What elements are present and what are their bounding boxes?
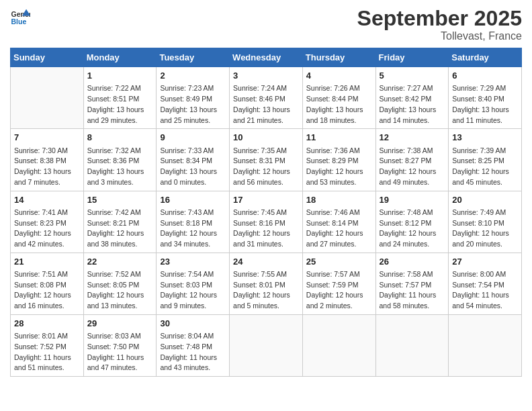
- day-info: Sunrise: 7:52 AMSunset: 8:05 PMDaylight:…: [87, 269, 153, 312]
- column-header-thursday: Thursday: [302, 48, 375, 67]
- calendar-cell: 4Sunrise: 7:26 AMSunset: 8:44 PMDaylight…: [302, 67, 375, 129]
- day-info: Sunrise: 7:55 AMSunset: 8:01 PMDaylight:…: [233, 269, 299, 312]
- day-info: Sunrise: 7:54 AMSunset: 8:03 PMDaylight:…: [160, 269, 226, 312]
- calendar-cell: 11Sunrise: 7:36 AMSunset: 8:29 PMDayligh…: [302, 129, 375, 191]
- calendar-cell: 7Sunrise: 7:30 AMSunset: 8:38 PMDaylight…: [11, 129, 84, 191]
- day-info: Sunrise: 7:23 AMSunset: 8:49 PMDaylight:…: [160, 83, 226, 126]
- day-info: Sunrise: 7:35 AMSunset: 8:31 PMDaylight:…: [233, 146, 299, 188]
- day-number: 13: [452, 132, 518, 144]
- day-info: Sunrise: 7:39 AMSunset: 8:25 PMDaylight:…: [452, 146, 518, 188]
- title-area: September 2025 Tollevast, France: [357, 7, 522, 42]
- calendar-cell: 28Sunrise: 8:01 AMSunset: 7:52 PMDayligh…: [11, 314, 84, 376]
- column-header-wednesday: Wednesday: [230, 48, 303, 67]
- day-info: Sunrise: 7:32 AMSunset: 8:36 PMDaylight:…: [87, 146, 153, 188]
- day-number: 5: [380, 70, 445, 82]
- day-number: 3: [233, 70, 299, 82]
- day-number: 7: [14, 132, 80, 144]
- day-info: Sunrise: 7:45 AMSunset: 8:16 PMDaylight:…: [233, 208, 299, 250]
- calendar-cell: 30Sunrise: 8:04 AMSunset: 7:48 PMDayligh…: [157, 314, 230, 376]
- calendar-cell: 17Sunrise: 7:45 AMSunset: 8:16 PMDayligh…: [230, 191, 303, 253]
- day-number: 1: [87, 70, 153, 82]
- calendar-cell: [11, 67, 84, 129]
- day-number: 25: [306, 256, 372, 268]
- day-number: 23: [160, 256, 226, 268]
- calendar-cell: 23Sunrise: 7:54 AMSunset: 8:03 PMDayligh…: [157, 253, 230, 314]
- calendar-cell: 2Sunrise: 7:23 AMSunset: 8:49 PMDaylight…: [157, 67, 230, 129]
- calendar-week-row: 14Sunrise: 7:41 AMSunset: 8:23 PMDayligh…: [11, 191, 522, 253]
- day-number: 24: [233, 256, 299, 268]
- day-number: 17: [233, 194, 299, 206]
- calendar-table: SundayMondayTuesdayWednesdayThursdayFrid…: [10, 48, 522, 377]
- day-number: 11: [306, 132, 372, 144]
- calendar-cell: 9Sunrise: 7:33 AMSunset: 8:34 PMDaylight…: [157, 129, 230, 191]
- column-header-tuesday: Tuesday: [157, 48, 230, 67]
- day-number: 27: [452, 256, 518, 268]
- day-info: Sunrise: 8:01 AMSunset: 7:52 PMDaylight:…: [14, 331, 80, 373]
- calendar-cell: 15Sunrise: 7:42 AMSunset: 8:21 PMDayligh…: [83, 191, 157, 253]
- day-info: Sunrise: 7:42 AMSunset: 8:21 PMDaylight:…: [87, 208, 153, 250]
- column-header-saturday: Saturday: [449, 48, 522, 67]
- column-header-friday: Friday: [375, 48, 449, 67]
- day-info: Sunrise: 7:48 AMSunset: 8:12 PMDaylight:…: [380, 208, 445, 250]
- calendar-cell: 3Sunrise: 7:24 AMSunset: 8:46 PMDaylight…: [230, 67, 303, 129]
- logo-icon: General Blue: [10, 7, 30, 27]
- calendar-cell: 18Sunrise: 7:46 AMSunset: 8:14 PMDayligh…: [302, 191, 375, 253]
- calendar-body: 1Sunrise: 7:22 AMSunset: 8:51 PMDaylight…: [11, 67, 522, 377]
- day-number: 10: [233, 132, 299, 144]
- calendar-cell: 16Sunrise: 7:43 AMSunset: 8:18 PMDayligh…: [157, 191, 230, 253]
- calendar-cell: [302, 314, 375, 376]
- calendar-cell: 6Sunrise: 7:29 AMSunset: 8:40 PMDaylight…: [449, 67, 522, 129]
- day-info: Sunrise: 8:03 AMSunset: 7:50 PMDaylight:…: [87, 331, 153, 373]
- day-number: 29: [87, 318, 153, 330]
- day-info: Sunrise: 7:38 AMSunset: 8:27 PMDaylight:…: [380, 146, 445, 188]
- day-number: 4: [306, 70, 372, 82]
- day-number: 2: [160, 70, 226, 82]
- calendar-cell: 26Sunrise: 7:58 AMSunset: 7:57 PMDayligh…: [375, 253, 449, 314]
- day-info: Sunrise: 7:49 AMSunset: 8:10 PMDaylight:…: [452, 208, 518, 250]
- day-number: 16: [160, 194, 226, 206]
- day-info: Sunrise: 7:41 AMSunset: 8:23 PMDaylight:…: [14, 208, 80, 250]
- logo: General Blue: [10, 7, 30, 27]
- day-info: Sunrise: 8:00 AMSunset: 7:54 PMDaylight:…: [452, 269, 518, 312]
- calendar-header-row: SundayMondayTuesdayWednesdayThursdayFrid…: [11, 48, 522, 67]
- day-info: Sunrise: 7:58 AMSunset: 7:57 PMDaylight:…: [380, 269, 445, 312]
- calendar-cell: 27Sunrise: 8:00 AMSunset: 7:54 PMDayligh…: [449, 253, 522, 314]
- calendar-week-row: 21Sunrise: 7:51 AMSunset: 8:08 PMDayligh…: [11, 253, 522, 314]
- day-number: 9: [160, 132, 226, 144]
- svg-text:Blue: Blue: [11, 17, 27, 26]
- calendar-cell: 24Sunrise: 7:55 AMSunset: 8:01 PMDayligh…: [230, 253, 303, 314]
- day-info: Sunrise: 7:24 AMSunset: 8:46 PMDaylight:…: [233, 83, 299, 126]
- calendar-cell: 20Sunrise: 7:49 AMSunset: 8:10 PMDayligh…: [449, 191, 522, 253]
- calendar-cell: [375, 314, 449, 376]
- calendar-cell: 25Sunrise: 7:57 AMSunset: 7:59 PMDayligh…: [302, 253, 375, 314]
- day-number: 21: [14, 256, 80, 268]
- day-number: 18: [306, 194, 372, 206]
- day-info: Sunrise: 7:46 AMSunset: 8:14 PMDaylight:…: [306, 208, 372, 250]
- calendar-cell: [230, 314, 303, 376]
- day-number: 14: [14, 194, 80, 206]
- calendar-cell: 8Sunrise: 7:32 AMSunset: 8:36 PMDaylight…: [83, 129, 157, 191]
- calendar-week-row: 1Sunrise: 7:22 AMSunset: 8:51 PMDaylight…: [11, 67, 522, 129]
- day-number: 26: [380, 256, 445, 268]
- day-number: 22: [87, 256, 153, 268]
- calendar-cell: 21Sunrise: 7:51 AMSunset: 8:08 PMDayligh…: [11, 253, 84, 314]
- location-title: Tollevast, France: [357, 30, 522, 42]
- day-info: Sunrise: 7:27 AMSunset: 8:42 PMDaylight:…: [380, 83, 445, 126]
- day-number: 6: [452, 70, 518, 82]
- month-title: September 2025: [357, 7, 522, 30]
- day-info: Sunrise: 7:36 AMSunset: 8:29 PMDaylight:…: [306, 146, 372, 188]
- day-number: 28: [14, 318, 80, 330]
- day-number: 30: [160, 318, 226, 330]
- day-info: Sunrise: 7:51 AMSunset: 8:08 PMDaylight:…: [14, 269, 80, 312]
- calendar-cell: 10Sunrise: 7:35 AMSunset: 8:31 PMDayligh…: [230, 129, 303, 191]
- calendar-cell: 22Sunrise: 7:52 AMSunset: 8:05 PMDayligh…: [83, 253, 157, 314]
- day-number: 15: [87, 194, 153, 206]
- calendar-cell: 14Sunrise: 7:41 AMSunset: 8:23 PMDayligh…: [11, 191, 84, 253]
- calendar-cell: 12Sunrise: 7:38 AMSunset: 8:27 PMDayligh…: [375, 129, 449, 191]
- calendar-cell: 13Sunrise: 7:39 AMSunset: 8:25 PMDayligh…: [449, 129, 522, 191]
- calendar-cell: [449, 314, 522, 376]
- day-info: Sunrise: 7:43 AMSunset: 8:18 PMDaylight:…: [160, 208, 226, 250]
- page-header: General Blue September 2025 Tollevast, F…: [10, 7, 522, 42]
- day-info: Sunrise: 7:22 AMSunset: 8:51 PMDaylight:…: [87, 83, 153, 126]
- calendar-cell: 5Sunrise: 7:27 AMSunset: 8:42 PMDaylight…: [375, 67, 449, 129]
